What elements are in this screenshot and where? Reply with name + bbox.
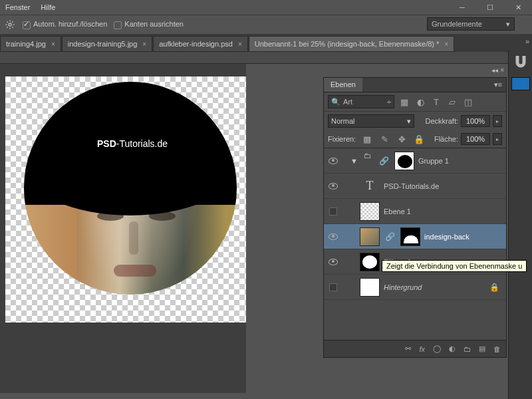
close-icon[interactable]: ×	[142, 41, 146, 48]
lock-all-icon[interactable]: 🔒	[413, 133, 425, 145]
tab-aufkleber[interactable]: aufkleber-indesign.psd×	[153, 36, 248, 52]
layers-panel: Ebenen ▾≡ 🔍 Art ÷ ▦ ◐ T ▱ ◫ Normal▾ Deck…	[323, 77, 507, 358]
menu-bar: Fenster Hilfe ─ ☐ ✕	[0, 0, 532, 15]
fill-label: Fläche:	[434, 135, 458, 143]
menu-fenster[interactable]: Fenster	[5, 3, 30, 11]
blend-mode-select[interactable]: Normal▾	[328, 114, 414, 128]
filter-adjust-icon[interactable]: ◐	[414, 96, 426, 108]
layer-group[interactable]: ▼ 🗀 🔗 Gruppe 1	[324, 148, 506, 174]
document-tabs: training4.jpg× indesign-training5.jpg× a…	[0, 35, 532, 52]
align-edges-checkbox[interactable]: Kanten ausrichten	[114, 20, 184, 29]
right-dock	[508, 51, 532, 399]
layer-indesign-back[interactable]: 🔗 indesign-back	[324, 224, 506, 249]
minimize-button[interactable]: ─	[448, 0, 476, 15]
group-mask-thumb[interactable]	[394, 152, 414, 170]
maximize-button[interactable]: ☐	[476, 0, 504, 15]
lock-transparency-icon[interactable]: ▩	[361, 133, 373, 145]
layer-name[interactable]: indesign-back	[424, 233, 469, 241]
layer-background[interactable]: Hintergrund 🔒	[324, 275, 506, 300]
tab-training4[interactable]: training4.jpg×	[0, 36, 61, 52]
visibility-icon[interactable]	[329, 183, 338, 190]
opacity-value[interactable]: 100%	[461, 115, 490, 127]
layer-name[interactable]: PSD-Tutorials.de	[384, 182, 439, 190]
visibility-off[interactable]	[329, 207, 337, 215]
layer-name[interactable]: Hintergrund	[384, 283, 422, 291]
tab-training5[interactable]: indesign-training5.jpg×	[62, 36, 152, 52]
new-layer-icon[interactable]: ▤	[479, 344, 485, 353]
filter-pixel-icon[interactable]: ▦	[398, 96, 410, 108]
tab-unbenannt[interactable]: Unbenannt-1 bei 25% (indesign-back, Eben…	[249, 36, 454, 52]
tab-overflow[interactable]: »	[525, 37, 529, 45]
new-group-icon[interactable]: 🗀	[464, 345, 471, 353]
layer-thumb[interactable]	[360, 202, 380, 221]
menu-hilfe[interactable]: Hilfe	[41, 3, 55, 11]
filter-shape-icon[interactable]: ▱	[446, 96, 458, 108]
close-icon[interactable]: ×	[444, 41, 448, 48]
window-controls: ─ ☐ ✕	[448, 0, 532, 15]
canvas[interactable]: PSD-Tutorials.de	[5, 76, 246, 323]
fx-icon[interactable]: fx	[419, 345, 425, 353]
layer-ebene1[interactable]: Ebene 1	[324, 199, 506, 224]
layer-name[interactable]: Gruppe 1	[418, 157, 449, 165]
auto-add-delete-checkbox[interactable]: Autom. hinzuf./löschen	[23, 20, 107, 29]
panel-collapse[interactable]: ◂◂ ×	[323, 66, 507, 77]
folder-icon: 🗀	[362, 152, 374, 170]
fill-value[interactable]: 100%	[461, 133, 490, 145]
fill-stepper[interactable]: ▸	[493, 133, 502, 145]
workspace-selector[interactable]: Grundelemente▾	[427, 17, 515, 31]
panel-menu-icon[interactable]: ▾≡	[490, 78, 506, 92]
panel-tab-ebenen[interactable]: Ebenen	[324, 78, 362, 92]
layer-thumb[interactable]	[360, 278, 380, 297]
color-swatch[interactable]	[511, 77, 530, 90]
search-icon: 🔍	[331, 98, 340, 106]
disclosure-icon[interactable]: ▼	[350, 157, 358, 165]
filter-text-icon[interactable]: T	[430, 96, 442, 108]
visibility-off[interactable]	[329, 283, 337, 291]
magnet-icon[interactable]	[511, 53, 531, 72]
adjustment-icon[interactable]: ◐	[449, 344, 456, 353]
panel-footer: ⚯ fx ◯ ◐ 🗀 ▤ 🗑	[324, 340, 506, 357]
lock-position-icon[interactable]: ✥	[396, 133, 408, 145]
close-icon[interactable]: ×	[51, 41, 55, 48]
opacity-stepper[interactable]: ▸	[493, 115, 502, 127]
layer-mask-thumb[interactable]	[400, 227, 420, 246]
visibility-icon[interactable]	[329, 259, 338, 265]
artwork-circle: PSD-Tutorials.de	[24, 82, 237, 295]
ruler	[0, 52, 532, 64]
lock-label: Fixieren:	[328, 135, 356, 143]
layer-name[interactable]: Ebene 1	[384, 207, 411, 215]
visibility-icon[interactable]	[329, 158, 338, 164]
lock-pixels-icon[interactable]: ✎	[378, 133, 390, 145]
link-layers-icon[interactable]: ⚯	[405, 344, 411, 353]
link-mask-icon[interactable]: 🔗	[385, 232, 395, 241]
add-mask-icon[interactable]: ◯	[433, 344, 441, 353]
link-icon[interactable]: 🔗	[379, 156, 389, 166]
layer-thumb[interactable]	[360, 227, 380, 246]
close-icon[interactable]: ×	[238, 41, 242, 48]
svg-point-0	[9, 23, 11, 26]
opacity-label: Deckkraft:	[425, 117, 458, 125]
delete-layer-icon[interactable]: 🗑	[493, 345, 501, 353]
visibility-icon[interactable]	[329, 233, 338, 240]
canvas-text: PSD-Tutorials.de	[97, 138, 168, 149]
layer-thumb[interactable]	[360, 253, 380, 271]
close-button[interactable]: ✕	[504, 0, 532, 15]
layer-text[interactable]: T PSD-Tutorials.de	[324, 174, 506, 199]
lock-icon[interactable]: 🔒	[489, 283, 499, 292]
layer-list: ▼ 🗀 🔗 Gruppe 1 T PSD-Tutorials.de Ebene …	[324, 148, 506, 340]
tooltip: Zeigt die Verbindung von Ebenenmaske u	[382, 260, 527, 272]
filter-smart-icon[interactable]: ◫	[462, 96, 474, 108]
layer-filter-select[interactable]: 🔍 Art ÷	[328, 95, 394, 108]
text-layer-icon: T	[360, 177, 380, 196]
gear-icon[interactable]	[4, 19, 16, 31]
